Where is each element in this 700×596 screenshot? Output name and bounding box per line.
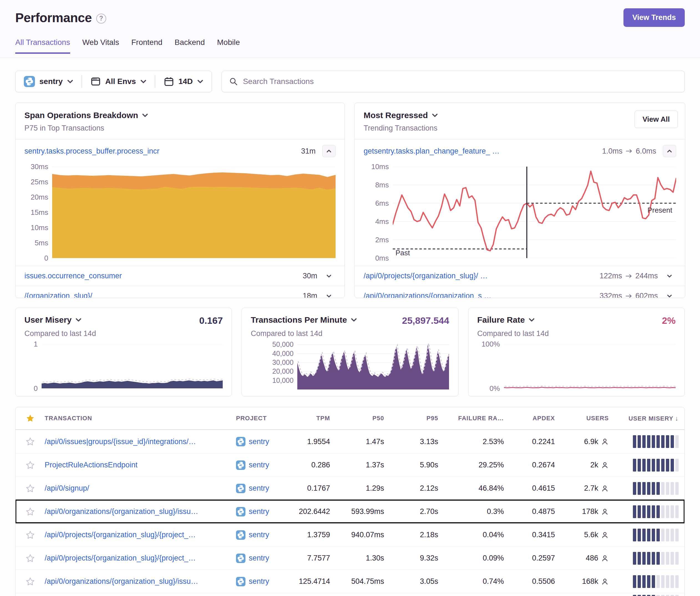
help-icon[interactable]: ? [96,14,106,24]
transaction-link[interactable]: getsentry.tasks.plan_change_feature_ … [364,147,597,156]
project-link[interactable]: sentry [236,484,294,493]
search-bar[interactable] [222,71,685,92]
project-selector[interactable]: sentry [16,76,81,87]
collapse-toggle-button[interactable] [663,145,676,157]
transaction-link[interactable]: sentry.tasks.process_buffer.process_incr [24,147,296,156]
expand-toggle-button[interactable] [663,294,676,298]
environment-selector[interactable]: All Envs [82,76,155,87]
python-project-icon [236,507,246,516]
transaction-link[interactable]: ProjectRuleActionsEndpoint [45,461,236,469]
table-row[interactable]: /api/0/issues|groups/{issue_id}/integrat… [16,430,684,453]
tab-all-transactions[interactable]: All Transactions [15,38,70,54]
p95-cell: 2.12s [386,484,440,493]
regression-to: 6.0ms [636,147,656,156]
column-header[interactable]: APDEX [506,415,557,422]
failure-rate-cell: 46.84% [440,484,506,493]
project-name: sentry [249,484,269,493]
user-misery-dropdown[interactable]: User Misery [24,315,81,325]
tab-frontend[interactable]: Frontend [131,38,162,54]
regression-from: 122ms [600,272,622,280]
column-header[interactable]: TPM [294,415,332,422]
date-range-label: 14D [179,77,193,86]
table-row[interactable]: /api/0/organizations/{organization_slug}… [16,500,684,523]
table-row[interactable]: /api/0/projects/{organization_slug}/{pro… [16,546,684,570]
star-icon[interactable] [26,553,35,563]
span-operations-title: Span Operations Breakdown [24,111,138,120]
table-row[interactable]: /api/0/organizations/{organization_slug}… [16,570,684,593]
star-icon[interactable] [26,484,35,493]
star-icon[interactable] [26,437,35,446]
table-row[interactable]: /api/0/projects/{organization_slug}/{pro… [16,523,684,546]
present-annotation: Present [647,206,672,214]
transaction-link[interactable]: /api/0/projects/{organization_slug}/ … [364,272,595,280]
column-header[interactable]: FAILURE RA… [440,415,506,422]
user-icon [601,508,609,516]
project-link[interactable]: sentry [236,577,294,586]
user-icon [601,461,609,469]
transaction-link[interactable]: /{organization_slug}/ [24,292,298,298]
users-count: 2k [590,461,598,469]
table-row[interactable] [16,593,684,596]
failure-rate-dropdown[interactable]: Failure Rate [477,315,535,325]
star-icon[interactable] [26,507,35,516]
expand-toggle-button[interactable] [322,294,335,298]
axis-tick-label: 30ms [30,162,48,171]
chevron-down-icon [667,294,672,298]
python-project-icon [236,530,246,540]
apdex-cell: 0.5506 [506,577,557,586]
view-all-button[interactable]: View All [634,111,678,128]
column-header[interactable]: USERS [557,415,610,422]
tab-web-vitals[interactable]: Web Vitals [82,38,119,54]
transaction-link[interactable]: /api/0/signup/ [45,484,236,493]
users-count: 178k [582,507,598,516]
star-header-icon[interactable] [26,414,35,423]
tpm-dropdown[interactable]: Transactions Per Minute [251,315,357,325]
expand-toggle-button[interactable] [322,275,335,278]
users-cell: 5.6k [557,530,610,539]
expand-toggle-button[interactable] [663,275,676,278]
regressed-item-expanded: getsentry.tasks.plan_change_feature_ … 1… [355,139,685,158]
column-header[interactable]: P95 [386,415,440,422]
date-range-selector[interactable]: 14D [155,76,211,87]
transaction-link[interactable]: /api/0/projects/{organization_slug}/{pro… [45,530,236,539]
view-trends-button[interactable]: View Trends [623,8,685,27]
star-icon[interactable] [26,577,35,586]
environment-selector-label: All Envs [105,77,136,86]
most-regressed-title-dropdown[interactable]: Most Regressed [364,111,676,120]
transaction-link[interactable]: /api/0/projects/{organization_slug}/{pro… [45,554,236,563]
project-link[interactable]: sentry [236,507,294,516]
star-icon[interactable] [26,461,35,470]
users-cell: 2k [557,461,610,469]
star-icon[interactable] [26,530,35,540]
transaction-link[interactable]: /api/0/organizations/{organization_s … [364,292,595,298]
column-header[interactable]: PROJECT [236,415,294,422]
axis-tick-label: 5ms [35,239,48,247]
failure-rate-cell: 29.25% [440,461,506,469]
tpm-chart: 50,00040,00030,00020,00010,000 [251,340,449,389]
tab-backend[interactable]: Backend [175,38,205,54]
column-header[interactable]: P50 [332,415,386,422]
axis-tick-label: 8ms [375,181,389,189]
project-link[interactable]: sentry [236,553,294,563]
project-link[interactable]: sentry [236,461,294,470]
table-row[interactable]: ProjectRuleActionsEndpoint sentry 0.286 … [16,453,684,476]
transaction-link[interactable]: /api/0/issues|groups/{issue_id}/integrat… [45,437,236,446]
regressed-item-collapsed: /api/0/projects/{organization_slug}/ … 1… [355,266,685,286]
search-input[interactable] [243,77,677,86]
user-misery-score [610,482,684,495]
project-link[interactable]: sentry [236,437,294,446]
column-header[interactable]: TRANSACTION [45,415,236,422]
user-misery-title: User Misery [24,315,72,325]
transaction-link[interactable]: /api/0/organizations/{organization_slug}… [45,507,236,516]
transaction-link[interactable]: issues.occurrence_consumer [24,272,298,280]
span-operations-title-dropdown[interactable]: Span Operations Breakdown [24,111,335,120]
column-header[interactable]: USER MISERY↓ [610,414,684,422]
table-row[interactable]: /api/0/signup/ sentry 0.1767 1.29s 2.12s… [16,476,684,500]
p95-cell: 2.18s [386,530,440,539]
axis-tick-label: 20ms [30,193,48,202]
collapse-toggle-button[interactable] [322,145,335,157]
transaction-link[interactable]: /api/0/organizations/{organization_slug}… [45,577,236,586]
project-link[interactable]: sentry [236,530,294,540]
regression-from: 1.0ms [602,147,623,156]
tab-mobile[interactable]: Mobile [217,38,240,54]
